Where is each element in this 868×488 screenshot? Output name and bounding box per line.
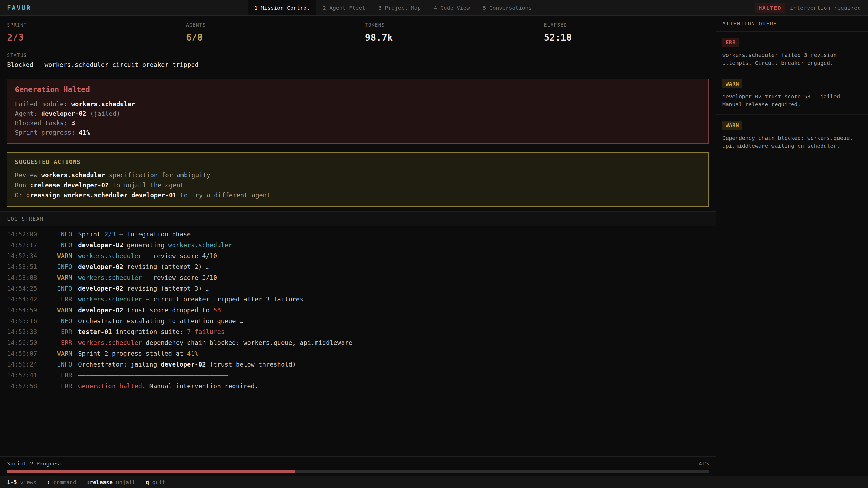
log-timestamp: 14:53:08 (7, 274, 38, 281)
queue-item[interactable]: WARNdeveloper-02 trust score 58 — jailed… (716, 73, 868, 115)
log-level-badge: INFO (38, 241, 72, 249)
row-label: Sprint progress: (15, 129, 79, 136)
row-label: Blocked tasks: (15, 120, 71, 127)
log-segment: 2/3 (104, 231, 116, 238)
log-timestamp: 14:57:58 (7, 383, 38, 390)
log-segment: developer-02 (78, 285, 123, 292)
log-segment: Sprint (78, 231, 104, 238)
stat-value: 6/8 (186, 32, 351, 43)
log-row: 14:55:16INFOOrchestrator escalating to a… (0, 316, 716, 326)
log-row: 14:54:25INFOdeveloper-02 revising (attem… (0, 283, 716, 294)
queue-level-badge: WARN (722, 121, 742, 130)
log-message: workers.scheduler — circuit breaker trip… (78, 296, 304, 303)
row-label: Failed module: (15, 101, 71, 108)
queue-item-text: developer-02 trust score 58 — jailed. Ma… (722, 93, 862, 108)
tab-3-project-map[interactable]: 3 Project Map (372, 0, 428, 15)
tab-4-code-view[interactable]: 4 Code View (427, 0, 476, 15)
log-level-badge: INFO (38, 318, 72, 325)
log-segment: integration suite: (112, 328, 187, 335)
halted-row: Blocked tasks: 3 (15, 119, 701, 128)
progress-label: Sprint 2 Progress (7, 460, 63, 467)
sprint-progress-labels: Sprint 2 Progress 41% (7, 460, 709, 467)
queue-item-text: Dependency chain blocked: workers.queue,… (722, 134, 862, 150)
queue-item[interactable]: ERRworkers.scheduler failed 3 revision a… (716, 32, 868, 73)
log-timestamp: 14:56:24 (7, 361, 38, 368)
row-label: Agent: (15, 110, 41, 117)
footer-hint: :command (46, 479, 76, 486)
log-level-badge: ERR (38, 383, 72, 390)
halted-panel-title: Generation Halted (15, 85, 701, 94)
hint-key: 1-5 (7, 479, 17, 486)
tab-5-conversations[interactable]: 5 Conversations (476, 0, 538, 15)
log-segment: — review score 5/10 (142, 274, 217, 281)
log-stream-title: LOG STREAM (7, 216, 43, 222)
log-timestamp: 14:54:42 (7, 296, 38, 303)
log-timestamp: 14:55:33 (7, 328, 38, 335)
log-row: 14:56:07WARNSprint 2 progress stalled at… (0, 348, 716, 359)
log-row: 14:54:59WARNdeveloper-02 trust score dro… (0, 305, 716, 316)
suggested-action-row: Review workers.scheduler specification f… (15, 170, 701, 180)
action-suffix: to try a different agent (176, 192, 270, 199)
progress-fill (7, 470, 294, 473)
log-timestamp: 14:55:16 (7, 318, 38, 325)
topbar-status: HALTED intervention required (755, 3, 861, 13)
log-segment: trust score dropped to (123, 306, 213, 314)
log-message: developer-02 trust score dropped to 58 (78, 306, 221, 314)
generation-halted-panel: Generation Halted Failed module: workers… (7, 79, 709, 144)
tab-1-mission-control[interactable]: 1 Mission Control (248, 0, 316, 15)
log-row: 14:56:24INFOOrchestrator: jailing develo… (0, 359, 716, 370)
log-row: 14:57:58ERRGeneration halted. Manual int… (0, 381, 716, 391)
sprint-progress-section: Sprint 2 Progress 41% (0, 456, 716, 476)
log-segment: Sprint 2 progress stalled at (78, 350, 187, 357)
log-message: Sprint 2 progress stalled at 41% (78, 350, 198, 357)
log-segment: 7 failures (187, 328, 225, 335)
hint-key: q (146, 479, 149, 486)
suggested-panel-rows: Review workers.scheduler specification f… (15, 170, 701, 200)
log-message: workers.scheduler — review score 5/10 (78, 274, 217, 281)
footer-hint: 1-5views (7, 479, 36, 486)
log-segment: Generation halted. (78, 383, 146, 390)
stat-agents: AGENTS6/8 (179, 16, 358, 48)
log-segment: revising (attempt 3) … (123, 285, 210, 292)
log-timestamp: 14:56:07 (7, 350, 38, 357)
log-segment: workers.scheduler (78, 274, 142, 281)
stat-label: ELAPSED (544, 22, 709, 28)
suggested-actions-panel: SUGGESTED ACTIONS Review workers.schedul… (7, 152, 709, 206)
action-command: workers.scheduler (41, 172, 105, 178)
row-value: workers.scheduler (71, 101, 135, 108)
topbar: FAVUR 1 Mission Control2 Agent Fleet3 Pr… (0, 0, 868, 16)
stat-sprint: SPRINT2/3 (0, 16, 179, 48)
status-value: Blocked — workers.scheduler circuit brea… (7, 61, 709, 68)
log-row: 14:54:42ERRworkers.scheduler — circuit b… (0, 294, 716, 305)
suggested-action-row: Run :release developer-02 to unjail the … (15, 180, 701, 190)
hint-key: : (46, 479, 50, 486)
log-segment: workers.scheduler (78, 252, 142, 259)
action-command: :reassign workers.scheduler developer-01 (26, 192, 177, 199)
log-level-badge: INFO (38, 285, 72, 292)
log-level-badge: INFO (38, 231, 72, 238)
log-row: 14:52:34WARNworkers.scheduler — review s… (0, 251, 716, 261)
action-prefix: Run (15, 182, 30, 189)
queue-item-text: workers.scheduler failed 3 revision atte… (722, 51, 862, 67)
log-segment: (trust below threshold) (206, 361, 296, 368)
tab-2-agent-fleet[interactable]: 2 Agent Fleet (316, 0, 372, 15)
log-timestamp: 14:52:00 (7, 231, 38, 238)
log-message: Generation halted. Manual intervention r… (78, 383, 258, 390)
log-message: Orchestrator escalating to attention que… (78, 318, 243, 325)
queue-item[interactable]: WARNDependency chain blocked: workers.qu… (716, 115, 868, 156)
log-message: developer-02 generating workers.schedule… (78, 241, 232, 249)
log-row: 14:52:17INFOdeveloper-02 generating work… (0, 240, 716, 251)
log-segment: developer-02 (78, 306, 123, 314)
log-timestamp: 14:53:51 (7, 263, 38, 270)
log-level-badge: WARN (38, 252, 72, 259)
log-level-badge: INFO (38, 263, 72, 270)
main-panel: SPRINT2/3AGENTS6/8TOKENS98.7kELAPSED52:1… (0, 16, 716, 476)
progress-track (7, 470, 709, 473)
log-level-badge: WARN (38, 306, 72, 314)
log-level-badge: ERR (38, 328, 72, 335)
hint-desc: command (53, 479, 76, 486)
log-timestamp: 14:52:17 (7, 241, 38, 249)
row-suffix: (jailed) (86, 110, 120, 117)
log-segment: — circuit breaker tripped after 3 failur… (142, 296, 303, 303)
log-row: 14:53:51INFOdeveloper-02 revising (attem… (0, 261, 716, 272)
